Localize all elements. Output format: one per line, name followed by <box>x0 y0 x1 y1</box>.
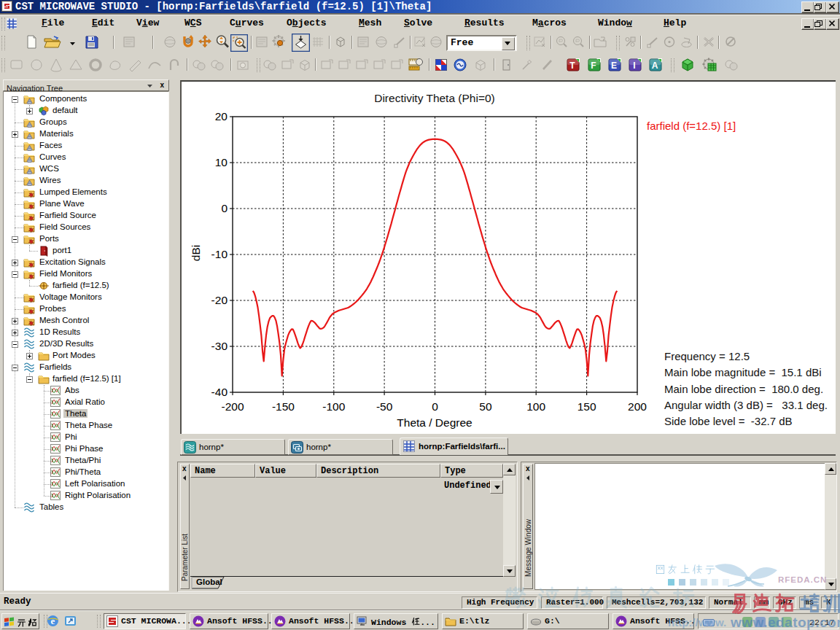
svg-text:F: F <box>591 61 596 71</box>
svg-text:e: e <box>51 615 55 626</box>
svg-text:A: A <box>652 61 658 71</box>
svg-text:T: T <box>569 61 575 71</box>
svg-text:I: I <box>633 61 635 71</box>
svg-text:E: E <box>611 61 617 71</box>
